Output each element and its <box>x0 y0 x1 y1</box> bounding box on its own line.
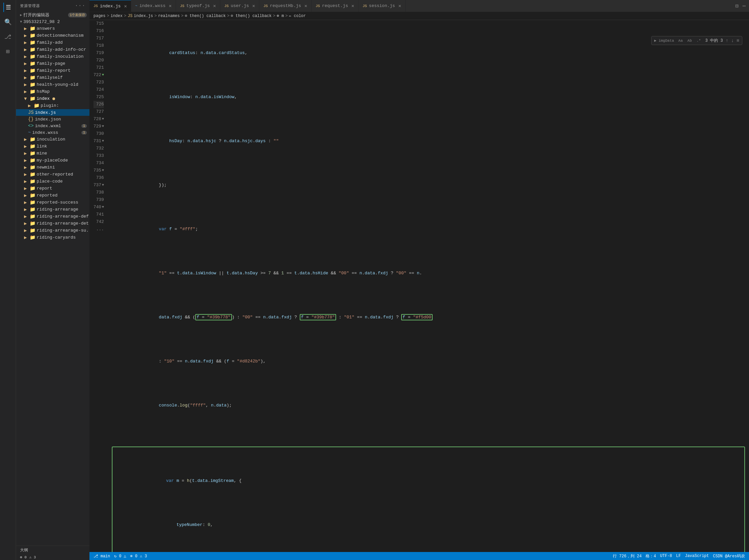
file-index-wxss[interactable]: ~ index.wxss 1 <box>16 129 89 136</box>
folder-icon: ▶ 📁 <box>24 207 35 212</box>
breadcrumb-item: ⊙ then() callback <box>231 13 271 18</box>
folder-riding-arrearage[interactable]: ▶ 📁 riding-arrearage <box>16 206 89 213</box>
folder-answers[interactable]: ▶ 📁 answers <box>16 25 89 32</box>
sidebar-menu-button[interactable]: ··· <box>75 3 85 9</box>
indent-info: 格：4 <box>645 553 656 559</box>
folder-report[interactable]: ▶ 📁 report <box>16 185 89 192</box>
folder-label: family-add-info-ocr <box>37 47 86 52</box>
error-count[interactable]: ⊗ 0 ⚠ 3 <box>130 554 147 559</box>
find-whole-word[interactable]: Ab <box>686 38 693 43</box>
tab-close-button[interactable]: ✕ <box>304 3 307 9</box>
folder-family-add-info-ocr[interactable]: ▶ 📁 family-add-info-ocr <box>16 46 89 53</box>
tab-close-button[interactable]: ✕ <box>398 3 401 9</box>
unsaved-badge: 1个未保存 <box>68 13 87 17</box>
folder-riding-caryards[interactable]: ▶ 📁 riding-caryards <box>16 234 89 241</box>
folder-familyself[interactable]: ▶ 📁 familyself <box>16 74 89 81</box>
folder-place-code[interactable]: ▶ 📁 place-code <box>16 178 89 185</box>
folder-icon: ▶ 📁 <box>24 157 35 163</box>
find-options: Aa Ab .* <box>677 38 703 43</box>
tab-toolbar: ⊟ ⋯ <box>735 2 749 10</box>
folder-label: family-report <box>37 68 70 73</box>
breadcrumb-sep: > <box>154 14 156 18</box>
folder-link[interactable]: ▶ 📁 link <box>16 143 89 150</box>
status-bar: ⎇ main ↻ 0 △ ⊗ 0 ⚠ 3 行 726，列 24 格：4 UTF-… <box>89 552 749 560</box>
sync-icon[interactable]: ↻ 0 △ <box>114 554 126 559</box>
folder-reported[interactable]: ▶ 📁 reported <box>16 192 89 199</box>
folder-detectionmechanism[interactable]: ▶ 📁 detectionmechanism <box>16 32 89 39</box>
tab-index-wxss[interactable]: ~ index.wxss ✕ <box>131 0 176 12</box>
find-next-button[interactable]: ↓ <box>731 38 734 43</box>
folder-family-add[interactable]: ▶ 📁 family-add <box>16 39 89 46</box>
open-editors-label: 打开的编辑器 <box>23 12 49 18</box>
tab-typeof-js[interactable]: JS typeof.js ✕ <box>176 0 220 12</box>
tab-index-js[interactable]: JS index.js ✕ <box>89 0 131 12</box>
code-content: cardStatus: n.data.cardStatus, isWindow:… <box>108 20 749 552</box>
tab-requesthb-js[interactable]: JS requestHb.js ✕ <box>259 0 312 12</box>
more-actions-icon[interactable]: ⋯ <box>742 2 746 10</box>
folder-label: inoculation <box>37 137 65 142</box>
extensions-icon[interactable]: ⊞ <box>3 47 13 56</box>
tab-session-js[interactable]: JS session.js ✕ <box>359 0 406 12</box>
file-index-wxml[interactable]: <> index.wxml 1 <box>16 123 89 129</box>
wxml-file-icon: <> <box>28 123 34 128</box>
tab-close-button[interactable]: ✕ <box>351 3 354 9</box>
folder-icon: ▶ 📁 <box>24 151 35 156</box>
git-branch[interactable]: ⎇ main <box>93 554 110 559</box>
folder-icon: ▶ 📁 <box>24 178 35 184</box>
file-label: index.js <box>35 110 56 115</box>
folder-riding-arrearage-su[interactable]: ▶ 📁 riding-arrearage-su... <box>16 227 89 234</box>
tab-close-button[interactable]: ✕ <box>169 3 172 9</box>
tab-close-button[interactable]: ✕ <box>252 3 255 9</box>
file-index-json[interactable]: {} index.json <box>16 116 89 123</box>
breadcrumb: pages > index > JS index.js > realnames … <box>89 12 749 20</box>
open-editors-section[interactable]: ▶ 打开的编辑器 1个未保存 <box>16 12 89 19</box>
tab-close-button[interactable]: ✕ <box>213 3 216 9</box>
split-editor-icon[interactable]: ⊟ <box>735 2 739 10</box>
language-mode[interactable]: JavaScript <box>685 554 709 558</box>
folder-label: answers <box>37 26 55 31</box>
wxss-file-icon: ~ <box>28 130 31 135</box>
file-index-js[interactable]: JS index.js <box>16 109 89 116</box>
find-label: ▶ imgData <box>654 38 674 43</box>
folder-health-young-old[interactable]: ▶ 📁 health-young-old <box>16 81 89 88</box>
folder-other-reported[interactable]: ▶ 📁 other-reported <box>16 171 89 178</box>
find-close-button[interactable]: ≡ <box>737 38 739 43</box>
file-label: index.wxml <box>35 124 61 128</box>
explorer-icon[interactable]: ☰ <box>3 3 13 12</box>
find-prev-button[interactable]: ↑ <box>726 38 728 43</box>
folder-family-report[interactable]: ▶ 📁 family-report <box>16 67 89 74</box>
folder-mine[interactable]: ▶ 📁 mine <box>16 150 89 157</box>
folder-hsmap[interactable]: ▶ 📁 hsMap <box>16 88 89 95</box>
folder-riding-arrearage-def[interactable]: ▶ 📁 riding-arrearage-def... <box>16 213 89 220</box>
editor-container[interactable]: 715 716 717 718 719 720 721 722 ▼ 723 72… <box>89 20 749 552</box>
find-match-case[interactable]: Aa <box>677 38 684 43</box>
breadcrumb-sep: > <box>124 14 126 18</box>
outline-section[interactable]: 大纲 <box>16 546 89 554</box>
folder-my-placecode[interactable]: ▶ 📁 my-placeCode <box>16 157 89 164</box>
folder-icon: ▶ 📁 <box>24 214 35 219</box>
find-regex[interactable]: .* <box>695 38 703 43</box>
tab-request-js[interactable]: JS request.js ✕ <box>312 0 359 12</box>
folder-newmini[interactable]: ▶ 📁 newmini <box>16 164 89 171</box>
search-icon[interactable]: 🔍 <box>3 17 13 27</box>
code-line-720c: : "10" == n.data.fxdj && (f = "#d8242b")… <box>112 350 745 372</box>
folder-inoculation[interactable]: ▶ 📁 inoculation <box>16 136 89 143</box>
folder-plugin[interactable]: ▶ 📁 plugin: <box>16 102 89 109</box>
breadcrumb-item: index.js <box>134 14 153 18</box>
tab-close-button[interactable]: ✕ <box>124 3 127 9</box>
folder-icon: ▶ 📁 <box>24 40 35 45</box>
modified-dot <box>52 98 55 100</box>
folder-icon: ▶ 📁 <box>24 82 35 87</box>
folder-icon: ▶ 📁 <box>24 199 35 205</box>
folder-reported-success[interactable]: ▶ 📁 reported-success <box>16 199 89 206</box>
folder-family-page[interactable]: ▶ 📁 family-page <box>16 60 89 67</box>
tab-user-js[interactable]: JS user.js ✕ <box>220 0 259 12</box>
source-control-icon[interactable]: ⎇ <box>3 32 13 41</box>
folder-riding-arrearage-det[interactable]: ▶ 📁 riding-arrearage-det... <box>16 220 89 227</box>
project-root[interactable]: ▼ 395332172_98 2 <box>16 19 89 25</box>
folder-label: family-add <box>37 40 63 45</box>
folder-family-inoculation[interactable]: ▶ 📁 family-inoculation <box>16 53 89 60</box>
sidebar: 资源管理器 ··· ▶ 打开的编辑器 1个未保存 ▼ 395332172_98 … <box>16 0 89 560</box>
folder-icon: ▶ 📁 <box>24 165 35 170</box>
folder-index[interactable]: ▼ 📁 index <box>16 95 89 102</box>
